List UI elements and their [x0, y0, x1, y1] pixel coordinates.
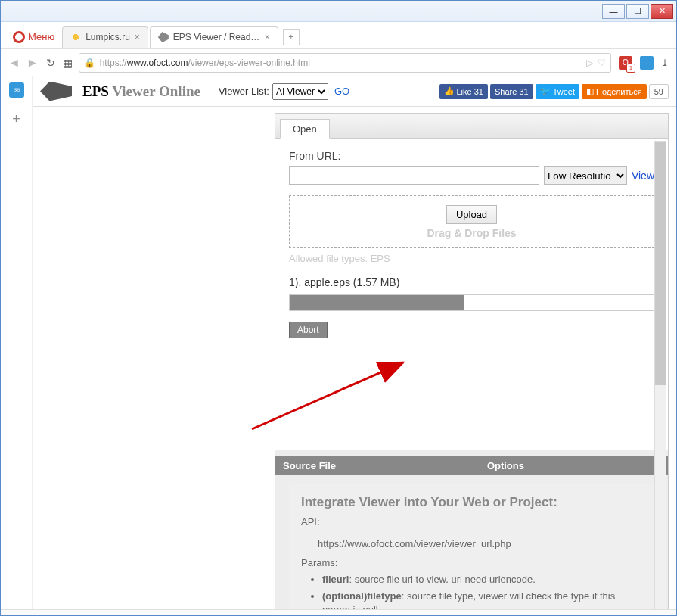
url-input-field[interactable]: [289, 166, 539, 185]
favicon-icon: [158, 32, 169, 42]
reload-button[interactable]: ↻: [46, 57, 55, 69]
tab-title: EPS Viewer / Reader Onlin: [173, 32, 260, 42]
site-header: EPS Viewer Online Viewer List: AI Viewer…: [33, 76, 676, 107]
opera-menu-button[interactable]: Меню: [7, 28, 61, 46]
address-bar: ◄ ► ↻ ▦ 🔒 https://www.ofoct.com/viewer/e…: [1, 49, 676, 76]
share-count: 59: [649, 84, 669, 99]
new-tab-button[interactable]: +: [283, 29, 300, 45]
fb-like-button[interactable]: 👍 Like 31: [439, 84, 488, 99]
window-titlebar: — ☐ ✕: [1, 1, 676, 22]
file-entry-label: 1). apple.eps (1.57 MB): [289, 276, 654, 288]
view-link[interactable]: View: [632, 170, 654, 182]
col-options: Options: [480, 460, 668, 471]
extension-icon[interactable]: [640, 56, 654, 70]
url-input[interactable]: 🔒 https://www.ofoct.com/viewer/eps-viewe…: [79, 53, 611, 73]
speed-dial-button[interactable]: ▦: [63, 57, 71, 69]
send-icon[interactable]: ▷: [586, 58, 593, 68]
sidebar-add-button[interactable]: +: [9, 111, 24, 126]
opera-extension-icon[interactable]: O: [619, 56, 632, 70]
minimize-button[interactable]: —: [602, 4, 625, 19]
tab-close-icon[interactable]: ×: [135, 32, 140, 42]
opera-icon: [13, 31, 25, 43]
tab-lumpics[interactable]: Lumpics.ru ×: [62, 26, 148, 48]
from-url-label: From URL:: [289, 150, 654, 162]
close-window-button[interactable]: ✕: [651, 4, 673, 19]
download-icon[interactable]: ⤓: [661, 58, 669, 68]
viewer-list-label: Viewer List:: [219, 86, 269, 97]
go-link[interactable]: GO: [334, 86, 349, 97]
tab-open[interactable]: Open: [280, 119, 330, 139]
browser-sidebar: ✉ +: [1, 76, 33, 609]
integrate-title: Integrate Viewer into Your Web or Projec…: [301, 495, 642, 510]
viewer-panel: Open From URL: Low Resolutio View Upload…: [275, 113, 669, 609]
bookmark-icon[interactable]: ♡: [598, 58, 606, 68]
params-label: Params:: [301, 557, 642, 568]
upload-button[interactable]: Upload: [446, 205, 497, 224]
param-item: (optional)filetype: source file type, vi…: [322, 590, 642, 609]
upload-dropzone[interactable]: Upload Drag & Drop Files: [289, 195, 654, 248]
site-logo-icon: [40, 82, 72, 101]
favicon-icon: [70, 32, 81, 42]
site-title: EPS Viewer Online: [82, 83, 200, 100]
resolution-select[interactable]: Low Resolutio: [544, 166, 627, 185]
integrate-box: Integrate Viewer into Your Web or Projec…: [289, 484, 654, 609]
tab-title: Lumpics.ru: [85, 32, 130, 42]
url-text: https://www.ofoct.com/viewer/eps-viewer-…: [100, 58, 582, 68]
api-label: API:: [301, 516, 642, 527]
forward-button[interactable]: ►: [26, 56, 39, 70]
api-url: https://www.ofoct.com/viewer/viewer_url.…: [301, 534, 642, 557]
progress-bar-fill: [290, 295, 464, 310]
allowed-types-text: Allowed file types: EPS: [289, 253, 654, 264]
messenger-icon[interactable]: ✉: [9, 82, 24, 98]
viewer-list-select[interactable]: AI Viewer: [272, 83, 328, 100]
tab-epsviewer[interactable]: EPS Viewer / Reader Onlin ×: [150, 26, 278, 48]
back-button[interactable]: ◄: [8, 56, 20, 70]
upload-progress: [289, 294, 654, 311]
vertical-scrollbar[interactable]: [654, 141, 666, 609]
result-table-header: Source File Options: [275, 456, 668, 475]
tab-close-icon[interactable]: ×: [265, 32, 270, 42]
browser-tabstrip: Меню Lumpics.ru × EPS Viewer / Reader On…: [1, 22, 676, 49]
lock-icon: 🔒: [84, 58, 95, 68]
blogger-share-button[interactable]: ◧ Поделиться: [582, 84, 647, 99]
page-content: EPS Viewer Online Viewer List: AI Viewer…: [33, 76, 676, 609]
tweet-button[interactable]: 🐦 Tweet: [536, 84, 579, 99]
param-item: fileurl: source file url to view. url ne…: [322, 573, 642, 586]
drag-drop-text: Drag & Drop Files: [427, 227, 516, 239]
col-source-file: Source File: [275, 460, 480, 471]
maximize-button[interactable]: ☐: [626, 4, 649, 19]
menu-label: Меню: [28, 31, 54, 42]
fb-share-button[interactable]: Share 31: [490, 84, 533, 99]
abort-button[interactable]: Abort: [289, 322, 328, 338]
